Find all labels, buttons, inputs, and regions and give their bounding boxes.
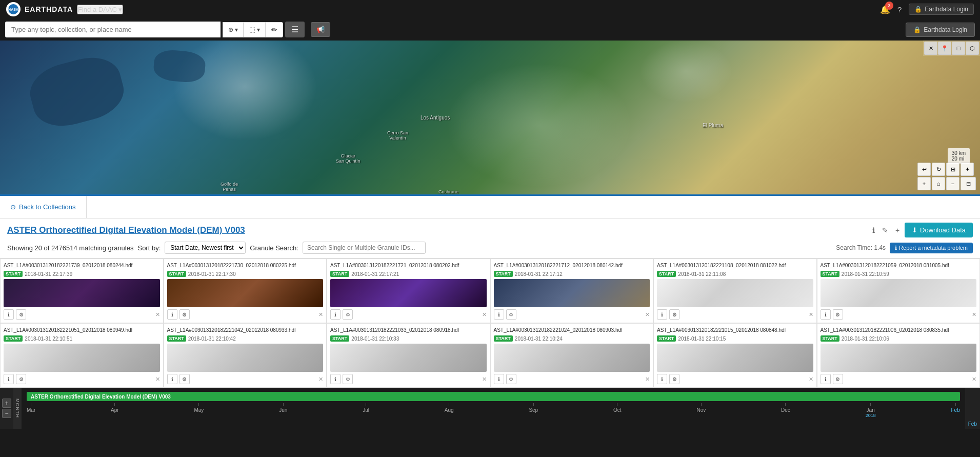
download-data-button[interactable]: ⬇ Download Data xyxy=(905,223,973,237)
granule-settings-button[interactable]: ⚙ xyxy=(506,374,516,384)
hamburger-menu-button[interactable]: ☰ xyxy=(285,22,305,37)
map-layers-button[interactable]: ⊞ xyxy=(946,163,959,176)
granule-remove-button[interactable]: ✕ xyxy=(809,376,813,383)
map-home-button[interactable]: ⌂ xyxy=(932,177,945,190)
map-zoom-out-button[interactable]: − xyxy=(946,177,959,190)
bbox-filter-button[interactable]: ⬚ ▾ xyxy=(244,22,266,37)
map-zoom-in-button[interactable]: + xyxy=(917,177,931,190)
granule-thumbnail[interactable] xyxy=(657,344,813,372)
granule-info-button[interactable]: ℹ xyxy=(167,309,177,320)
granule-settings-button[interactable]: ⚙ xyxy=(16,374,26,384)
granule-filename: AST_L1A#003013120182221712_02012018 0801… xyxy=(494,262,650,269)
notifications-bell[interactable]: 🔔 3 xyxy=(880,5,890,14)
help-button[interactable]: ? xyxy=(897,5,902,14)
map-rect-button[interactable]: □ xyxy=(952,42,965,55)
map-brush-button[interactable]: ✦ xyxy=(961,163,974,176)
map-redo-button[interactable]: ↻ xyxy=(932,163,945,176)
granule-settings-button[interactable]: ⚙ xyxy=(833,309,843,320)
search-input[interactable] xyxy=(5,22,221,37)
granule-settings-button[interactable]: ⚙ xyxy=(669,309,679,320)
granule-settings-button[interactable]: ⚙ xyxy=(179,374,190,384)
timeline-month-item[interactable]: Sep xyxy=(529,403,538,418)
granule-info-button[interactable]: ℹ xyxy=(821,374,831,384)
granule-remove-button[interactable]: ✕ xyxy=(972,311,976,318)
map-pin-button[interactable]: 📍 xyxy=(938,42,951,55)
granule-info-button[interactable]: ℹ xyxy=(657,309,667,320)
granule-remove-button[interactable]: ✕ xyxy=(972,376,976,383)
granule-remove-button[interactable]: ✕ xyxy=(155,376,160,383)
granule-info-button[interactable]: ℹ xyxy=(4,374,14,384)
timeline-month-item[interactable]: Aug xyxy=(445,403,454,418)
granule-thumbnail[interactable] xyxy=(494,279,650,307)
geo-filter-button[interactable]: ⊕ ▾ xyxy=(223,22,244,37)
map-layers2-button[interactable]: ⊟ xyxy=(961,177,976,190)
timeline-month-item[interactable]: Oct xyxy=(613,403,622,418)
granule-thumbnail[interactable] xyxy=(821,344,977,372)
map-clear-button[interactable]: ✕ xyxy=(924,42,937,55)
draw-filter-button[interactable]: ✏ xyxy=(266,22,283,37)
timeline-month-item[interactable]: Jul xyxy=(363,403,369,418)
granule-info-button[interactable]: ℹ xyxy=(167,374,177,384)
granule-remove-button[interactable]: ✕ xyxy=(155,311,160,318)
granule-thumbnail[interactable] xyxy=(4,344,160,372)
granule-thumbnail[interactable] xyxy=(167,344,324,372)
granule-remove-button[interactable]: ✕ xyxy=(809,311,813,318)
granule-settings-button[interactable]: ⚙ xyxy=(343,374,353,384)
granule-settings-button[interactable]: ⚙ xyxy=(16,309,26,320)
granule-info-button[interactable]: ℹ xyxy=(330,374,341,384)
timeline-month-item[interactable]: May xyxy=(194,403,204,418)
back-to-collections-button[interactable]: ⊙ Back to Collections xyxy=(0,196,87,218)
map-poly-button[interactable]: ⬡ xyxy=(966,42,979,55)
map-undo-button[interactable]: ↩ xyxy=(917,163,931,176)
timeline-month-item[interactable]: Dec xyxy=(781,403,790,418)
timeline-month-item[interactable]: Nov xyxy=(696,403,706,418)
granule-info-button[interactable]: ℹ xyxy=(821,309,831,320)
collection-title[interactable]: ASTER Orthorectified Digital Elevation M… xyxy=(7,225,245,235)
granule-info-button[interactable]: ℹ xyxy=(4,309,14,320)
granule-remove-button[interactable]: ✕ xyxy=(645,311,650,318)
granule-remove-button[interactable]: ✕ xyxy=(645,376,650,383)
granule-thumbnail[interactable] xyxy=(167,279,324,307)
granule-settings-button[interactable]: ⚙ xyxy=(833,374,843,384)
granule-thumbnail[interactable] xyxy=(330,279,487,307)
granule-info-button[interactable]: ℹ xyxy=(330,309,341,320)
earthdata-login-button[interactable]: 🔒 Earthdata Login xyxy=(906,23,975,37)
granule-filename: AST_L1A#003013120182221059_02012018 0810… xyxy=(821,262,977,269)
collection-edit-button[interactable]: ✎ xyxy=(880,224,890,236)
collection-add-button[interactable]: + xyxy=(893,224,902,236)
granule-remove-button[interactable]: ✕ xyxy=(318,376,323,383)
map-container[interactable]: Los Antiguos El Pluma Cerro SanValentín … xyxy=(0,41,980,194)
report-metadata-button[interactable]: ℹ Report a metadata problem xyxy=(890,243,973,253)
timeline-month-item[interactable]: Mar xyxy=(27,403,35,418)
timeline-zoom-in-button[interactable]: + xyxy=(2,399,11,408)
granule-search-input[interactable] xyxy=(303,242,426,254)
granule-thumbnail[interactable] xyxy=(494,344,650,372)
granule-thumbnail[interactable] xyxy=(657,279,813,307)
granule-remove-button[interactable]: ✕ xyxy=(482,311,487,318)
login-button[interactable]: 🔒 Earthdata Login xyxy=(909,4,974,15)
granule-info-button[interactable]: ℹ xyxy=(494,374,504,384)
timeline-month-item[interactable]: Apr xyxy=(111,403,119,418)
sort-by-select[interactable]: Start Date, Newest first Start Date, Old… xyxy=(165,242,246,254)
collection-info-button[interactable]: ℹ xyxy=(870,224,877,236)
timeline-month-item[interactable]: Jun xyxy=(279,403,287,418)
timeline-zoom-out-button[interactable]: − xyxy=(2,409,11,418)
granule-info-button[interactable]: ℹ xyxy=(494,309,504,320)
announcements-button[interactable]: 📢 xyxy=(311,22,330,37)
top-navigation: NASA EARTHDATA Find a DAAC ▾ 🔔 3 ? 🔒 Ear… xyxy=(0,0,980,18)
granule-remove-button[interactable]: ✕ xyxy=(482,376,487,383)
granule-settings-button[interactable]: ⚙ xyxy=(506,309,516,320)
granule-settings-button[interactable]: ⚙ xyxy=(343,309,353,320)
granule-thumbnail[interactable] xyxy=(330,344,487,372)
granule-settings-button[interactable]: ⚙ xyxy=(179,309,190,320)
timeline-track[interactable]: ASTER Orthorectified Digital Elevation M… xyxy=(27,392,960,401)
granule-thumbnail[interactable] xyxy=(821,279,977,307)
granule-info-button[interactable]: ℹ xyxy=(657,374,667,384)
back-bar: ⊙ Back to Collections xyxy=(0,196,980,218)
granule-thumbnail[interactable] xyxy=(4,279,160,307)
find-daac-button[interactable]: Find a DAAC ▾ xyxy=(77,5,123,14)
granule-remove-button[interactable]: ✕ xyxy=(318,311,323,318)
granule-settings-button[interactable]: ⚙ xyxy=(669,374,679,384)
timeline-month-item[interactable]: Feb xyxy=(951,403,960,418)
timeline-month-item[interactable]: Jan2018 xyxy=(866,403,876,418)
